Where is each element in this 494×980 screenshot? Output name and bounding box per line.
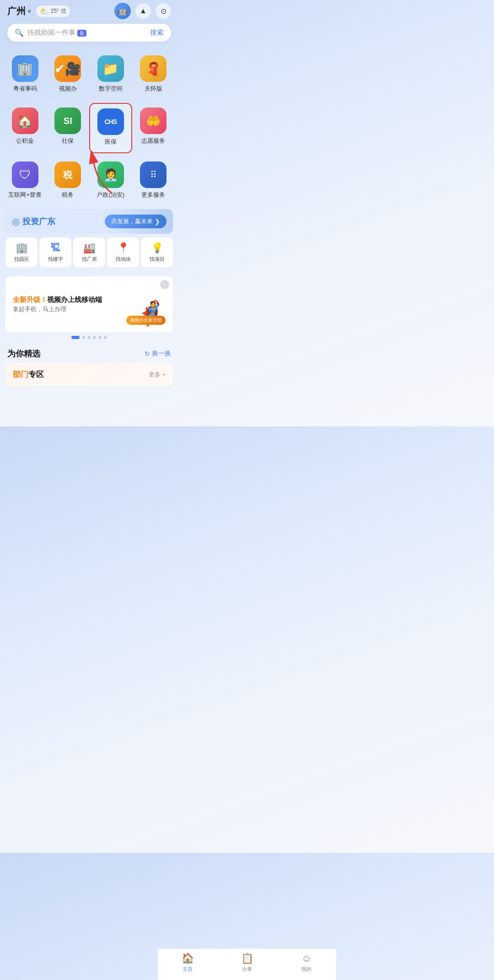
internet-icon: 🛡: [12, 162, 38, 188]
land-label: 找地块: [116, 256, 131, 263]
service-item-social[interactable]: SI 社保: [47, 103, 90, 153]
video-label: 视频办: [59, 85, 77, 93]
park-icon: 🏢: [16, 242, 28, 254]
land-icon: 📍: [117, 242, 129, 254]
service-grid-row3: 🛡 互联网+督查 税 税务 🧑‍💼 户政(治安) ⠿ 更多服务: [0, 153, 178, 205]
invest-item-land[interactable]: 📍 找地块: [107, 237, 139, 267]
carousel-dots: [0, 332, 178, 343]
digital-icon: 📁: [97, 55, 124, 82]
more-label: 更多服务: [141, 191, 165, 199]
service-grid-row1: 🏢 粤省事码 ✔🎥 视频办 📁 数字空间 🧣 关怀版: [0, 47, 178, 99]
medical-icon: CHS: [97, 108, 124, 135]
record-icon[interactable]: ⊙: [156, 3, 171, 19]
household-icon: 🧑‍💼: [97, 162, 124, 188]
tax-icon: 税: [54, 162, 81, 188]
volunteer-icon: 🤲: [140, 108, 166, 134]
social-label: 社保: [62, 137, 74, 145]
building-icon: 🏗: [50, 242, 60, 254]
volunteer-label: 志愿服务: [141, 137, 165, 145]
chevron-down-icon[interactable]: ∨: [27, 8, 32, 14]
service-grid-row2: 🏠 公积金 SI 社保 CHS 医保 🤲 志愿服务: [0, 99, 178, 153]
factory-label: 找厂房: [82, 256, 97, 263]
invest-item-building[interactable]: 🏗 找楼宇: [39, 237, 71, 267]
care-icon: 🧣: [140, 55, 166, 82]
refresh-icon: ↻: [145, 350, 150, 357]
yuesheng-label: 粤省事码: [13, 85, 37, 93]
project-label: 找项目: [150, 256, 165, 263]
search-text: 扶残助困一件事新: [27, 28, 146, 37]
factory-icon: 🏭: [83, 242, 96, 254]
digital-label: 数字空间: [99, 85, 123, 93]
service-item-digital[interactable]: 📁 数字空间: [89, 51, 132, 99]
weather-icon: ⛅: [40, 7, 49, 16]
weather-badge: ⛅ 25° 优: [36, 5, 70, 17]
dept-more-button[interactable]: 更多 >: [149, 371, 166, 379]
tax-label: 税务: [62, 191, 74, 199]
service-item-tax[interactable]: 税 税务: [47, 157, 90, 205]
care-label: 关怀版: [145, 85, 162, 93]
dot-6[interactable]: [104, 336, 107, 339]
internet-label: 互联网+督查: [8, 191, 42, 199]
weather-temp: 25°: [51, 8, 59, 14]
search-icon: 🔍: [15, 28, 24, 37]
invest-logo-icon: ◎: [12, 216, 20, 227]
status-bar: 广州 ∨ ⛅ 25° 优 🤖 ▲ ⊙: [0, 0, 178, 20]
service-item-household[interactable]: 🧑‍💼 户政(治安): [89, 157, 132, 205]
park-label: 找园区: [14, 256, 29, 263]
robot-avatar[interactable]: 🤖: [114, 3, 131, 19]
invest-title: 投资广东: [22, 216, 55, 227]
invest-item-project[interactable]: 💡 找项目: [141, 237, 173, 267]
invest-left: ◎ 投资广东: [12, 216, 55, 227]
weather-quality: 优: [61, 7, 66, 15]
refresh-label: 换一换: [152, 350, 171, 358]
social-icon: SI: [54, 108, 81, 134]
search-bar[interactable]: 🔍 扶残助困一件事新 搜索: [7, 24, 171, 42]
promo-label-badge: 视频办全新升级: [126, 316, 166, 325]
service-item-more[interactable]: ⠿ 更多服务: [132, 157, 175, 205]
dept-card[interactable]: 部门专区 更多 >: [5, 363, 173, 386]
household-label: 户政(治安): [97, 191, 124, 199]
dot-1[interactable]: [71, 336, 80, 339]
invest-item-park[interactable]: 🏢 找园区: [5, 237, 38, 267]
service-item-medical[interactable]: CHS 医保: [89, 103, 132, 153]
dot-3[interactable]: [87, 336, 91, 339]
featured-title: 为你精选: [7, 348, 40, 359]
invest-slogan: 共发展，赢未来: [111, 217, 153, 226]
medical-label: 医保: [105, 138, 117, 146]
city-name[interactable]: 广州: [7, 5, 26, 17]
featured-section-header: 为你精选 ↻ 换一换: [0, 343, 178, 363]
fund-label: 公积金: [16, 137, 34, 145]
service-item-volunteer[interactable]: 🤲 志愿服务: [132, 103, 175, 153]
promo-tag: 全新升级！视频办上线移动端: [13, 296, 106, 304]
dot-5[interactable]: [98, 336, 102, 339]
service-item-yuesheng[interactable]: 🏢 粤省事码: [4, 51, 47, 99]
project-icon: 💡: [151, 242, 163, 254]
invest-arrow-icon: ❯: [155, 218, 160, 225]
promo-sub: 拿起手机，马上办理: [13, 305, 106, 313]
more-services-icon: ⠿: [140, 162, 166, 188]
search-button[interactable]: 搜索: [150, 28, 164, 37]
search-tag: 新: [77, 30, 86, 37]
search-bar-wrap: 🔍 扶残助困一件事新 搜索: [0, 20, 178, 47]
dept-title: 部门专区: [13, 369, 44, 380]
status-right: 🤖 ▲ ⊙: [114, 3, 171, 19]
invest-right[interactable]: 共发展，赢未来 ❯: [105, 215, 166, 228]
building-label: 找楼宇: [48, 256, 63, 263]
promo-text-area: 全新升级！视频办上线移动端 拿起手机，马上办理: [13, 296, 106, 313]
dot-2[interactable]: [82, 336, 85, 339]
service-item-fund[interactable]: 🏠 公积金: [4, 103, 47, 153]
service-item-video[interactable]: ✔🎥 视频办: [47, 51, 90, 99]
invest-sub-grid: 🏢 找园区 🏗 找楼宇 🏭 找厂房 📍 找地块 💡 找项目: [0, 234, 178, 273]
invest-banner[interactable]: ◎ 投资广东 共发展，赢未来 ❯: [5, 209, 173, 234]
promo-banner: × 全新升级！视频办上线移动端 拿起手机，马上办理 🦸 视频办全新升级: [5, 276, 173, 332]
service-item-internet[interactable]: 🛡 互联网+督查: [4, 157, 47, 205]
fund-icon: 🏠: [12, 108, 38, 134]
service-item-care[interactable]: 🧣 关怀版: [132, 51, 175, 99]
dot-4[interactable]: [93, 336, 96, 339]
promo-image-area: 🦸 视频办全新升级: [106, 284, 166, 325]
invest-item-factory[interactable]: 🏭 找厂房: [73, 237, 105, 267]
video-icon: ✔🎥: [54, 55, 81, 82]
location-icon[interactable]: ▲: [135, 3, 151, 19]
refresh-action[interactable]: ↻ 换一换: [145, 350, 171, 358]
yuesheng-icon: 🏢: [12, 55, 38, 82]
